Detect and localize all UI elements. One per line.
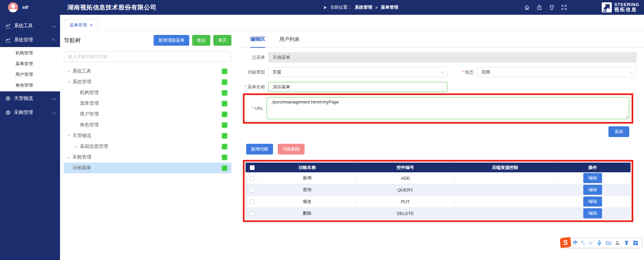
tree-expand-icon[interactable]: ▸	[66, 155, 72, 160]
tree-node[interactable]: 机构管理✓	[64, 87, 231, 98]
home-icon[interactable]	[524, 4, 530, 11]
column-header: 后端资源控制	[455, 163, 555, 172]
sogou-logo-icon[interactable]: S	[560, 237, 572, 248]
header-icon-group	[524, 0, 568, 15]
row-checkbox-cell	[246, 196, 259, 208]
tab-edit-area[interactable]: 编辑区	[250, 36, 265, 48]
sidebar-item-2[interactable]: 系统管理	[0, 33, 60, 47]
chevron-down-icon	[630, 70, 633, 74]
breadcrumb-item-2[interactable]: 菜单管理	[381, 4, 398, 10]
add-top-menu-button[interactable]: 新增顶级菜单	[154, 35, 189, 46]
tree-expand-icon[interactable]: ▸	[73, 144, 80, 149]
punctuation-icon[interactable]: °,	[581, 240, 585, 246]
toolbox-grid-icon[interactable]	[633, 240, 638, 246]
delete-function-button[interactable]: 功能删除	[278, 144, 305, 155]
tree-node[interactable]: 菜单管理✓	[64, 98, 231, 109]
tree-node[interactable]: ▸基础信息管理✓	[64, 141, 231, 152]
edit-button[interactable]: 编辑	[583, 173, 602, 183]
user-block[interactable]: sdf	[0, 2, 60, 12]
add-button[interactable]: 添加	[608, 126, 629, 137]
app-window: sdf 湖南视拓信息技术股份有限公司 ➤ 当前位置： 系统管理 > 菜单管理 S…	[0, 0, 644, 260]
tab-label: 菜单管理	[69, 22, 87, 28]
status-select[interactable]: 启用	[477, 67, 637, 77]
tree-node[interactable]: ▸采购管理✓	[64, 152, 231, 163]
avatar[interactable]	[8, 2, 18, 12]
row-checkbox[interactable]	[250, 211, 255, 216]
breadcrumb-item-1[interactable]: 系统管理	[355, 4, 372, 10]
fullscreen-icon[interactable]	[561, 4, 568, 11]
tree-checkbox-checked[interactable]: ✓	[222, 79, 227, 85]
row-checkbox[interactable]	[250, 200, 255, 204]
resize-handle-icon[interactable]	[625, 115, 628, 118]
cell-control-code: ADD	[356, 172, 455, 184]
sidebar-item-4[interactable]: 采购管理	[0, 105, 60, 120]
username: sdf	[22, 5, 28, 10]
tree-checkbox-checked[interactable]: ✓	[222, 133, 227, 139]
edit-button[interactable]: 编辑	[583, 208, 602, 218]
column-header: 功能名称	[259, 163, 356, 172]
tree-expand-icon[interactable]: ▸	[66, 69, 72, 74]
tree-checkbox-checked[interactable]: ✓	[222, 69, 227, 74]
tree-checkbox-checked[interactable]: ✓	[222, 90, 227, 96]
sidebar-subitem[interactable]: 菜单管理	[0, 58, 60, 69]
tree-checkbox-checked[interactable]: ✓	[222, 165, 227, 171]
sidebar-item-3[interactable]: 天管物流	[0, 91, 60, 105]
required-mark: *	[245, 84, 247, 89]
menu-name-field[interactable]	[268, 82, 447, 92]
cell-control-code: QUERY	[356, 184, 455, 196]
table-row: 新增ADD编辑	[246, 172, 631, 184]
form-row-url: *URL ./purchmanagement.html#/myPage	[245, 97, 629, 119]
function-type-select[interactable]: 页面	[268, 67, 447, 77]
tree-checkbox-checked[interactable]: ✓	[222, 144, 227, 149]
tree-expand-icon[interactable]: ▾	[66, 80, 72, 84]
select-all-checkbox[interactable]	[250, 165, 255, 170]
shirt-icon[interactable]	[548, 4, 555, 11]
skin-icon[interactable]	[624, 240, 629, 246]
emoji-icon[interactable]: ☺	[588, 240, 593, 246]
tree-node-label: 用户管理	[80, 111, 222, 117]
sidebar-subitem[interactable]: 机构管理	[0, 48, 60, 58]
brand-name-en: STEERING	[614, 2, 639, 7]
tree-checkbox-checked[interactable]: ✓	[222, 155, 227, 160]
tree-node[interactable]: ▾天管物流✓	[64, 130, 231, 141]
lock-icon[interactable]	[536, 4, 543, 11]
add-function-button[interactable]: 新增功能	[246, 144, 273, 155]
chinese-mode-icon[interactable]: 中	[573, 240, 578, 246]
tree-node[interactable]: ▾系统管理✓	[64, 77, 231, 87]
chevron-down-icon	[440, 70, 444, 74]
annotation-box-table: 功能名称控件编号后端资源控制操作 新增ADD编辑查询QUERY编辑修改PUT编辑…	[243, 160, 633, 222]
edit-button[interactable]: 编辑	[583, 197, 602, 207]
cell-control-code: DELETE	[356, 208, 455, 219]
parent-menu-label: 父菜单	[242, 54, 268, 60]
cell-backend-resource	[455, 196, 555, 208]
tree-checkbox-checked[interactable]: ✓	[222, 101, 227, 106]
cell-function-name: 删除	[259, 208, 356, 219]
sidebar-subitem[interactable]: 用户管理	[0, 69, 60, 80]
tree-checkbox-checked[interactable]: ✓	[222, 122, 227, 128]
row-checkbox[interactable]	[250, 188, 255, 192]
tree-panel-header: 导航树 新增顶级菜单 收起 展开	[64, 35, 231, 46]
tree-expand-icon[interactable]: ▾	[66, 134, 72, 138]
close-icon[interactable]: ×	[90, 23, 93, 28]
tree-filter-input[interactable]	[64, 51, 231, 62]
url-field[interactable]: ./purchmanagement.html#/myPage	[267, 97, 629, 119]
sidebar-item-1[interactable]: 系统工具	[0, 19, 60, 33]
tree-node[interactable]: 用户管理✓	[64, 109, 231, 120]
tree-checkbox-checked[interactable]: ✓	[222, 112, 227, 117]
tree-node[interactable]: ▸系统工具✓	[64, 66, 231, 77]
tree-node[interactable]: 示例菜单✓	[64, 163, 231, 173]
row-checkbox[interactable]	[250, 176, 255, 181]
expand-all-button[interactable]: 展开	[213, 35, 231, 46]
sidebar-subitem[interactable]: 角色管理	[0, 80, 60, 91]
tab-user-list[interactable]: 用户列表	[279, 36, 300, 47]
edit-button[interactable]: 编辑	[583, 185, 602, 195]
table-row: 删除DELETE编辑	[246, 208, 631, 219]
cell-action: 编辑	[555, 196, 631, 208]
microphone-icon[interactable]	[597, 240, 602, 246]
collapse-all-button[interactable]: 收起	[192, 35, 210, 46]
user-lexicon-icon[interactable]	[615, 240, 620, 246]
tab-menu-management[interactable]: 菜单管理 ×	[64, 19, 98, 31]
tree-node[interactable]: 角色管理✓	[64, 120, 231, 130]
sidebar-item-label: 天管物流	[14, 95, 49, 101]
keyboard-icon[interactable]	[606, 240, 611, 246]
